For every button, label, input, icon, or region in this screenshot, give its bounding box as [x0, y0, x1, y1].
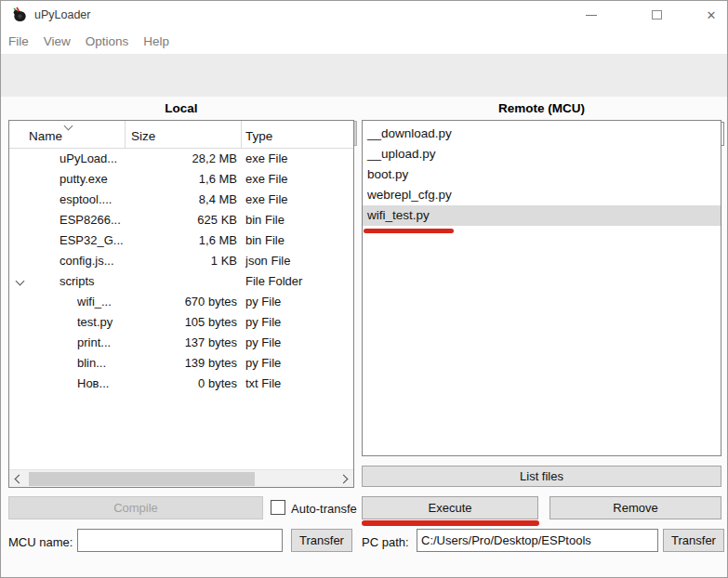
annotation-underline-selected-file — [364, 229, 454, 233]
column-separator — [241, 121, 242, 149]
table-row[interactable]: test.py105 bytespy File — [9, 312, 353, 333]
horizontal-scrollbar[interactable] — [9, 469, 353, 487]
menu-bar: File View Options Help — [1, 29, 727, 54]
table-row[interactable]: print...137 bytespy File — [9, 333, 353, 353]
local-file-tree: Name Size Type uPyLoad...28,2 MBexe File… — [8, 120, 354, 488]
window-title: uPyLoader — [34, 8, 90, 21]
scroll-right-icon[interactable] — [339, 475, 349, 484]
remote-panel-header: Remote (MCU) — [362, 101, 721, 115]
table-row[interactable]: ESP32_G...1,6 MBbin File — [9, 230, 353, 251]
table-row[interactable]: config.js...1 KBjson File — [9, 251, 353, 271]
mcu-name-label: MCU name: — [8, 535, 73, 549]
table-row[interactable]: wifi_...670 bytespy File — [9, 292, 353, 312]
table-row[interactable]: ESP8266...625 KBbin File — [9, 210, 353, 230]
close-button[interactable]: ✕ — [696, 1, 726, 29]
annotation-underline-execute — [362, 520, 539, 526]
column-header-size[interactable]: Size — [131, 129, 155, 143]
table-row-folder[interactable]: scriptsFile Folder — [9, 271, 353, 292]
maximize-icon — [652, 10, 662, 20]
menu-view[interactable]: View — [44, 34, 71, 48]
auto-transfer-checkbox[interactable] — [271, 500, 285, 515]
scroll-left-icon[interactable] — [15, 475, 24, 484]
table-row[interactable]: blin...139 bytespy File — [9, 353, 353, 374]
minimize-icon — [586, 15, 597, 16]
column-header-type[interactable]: Type — [245, 129, 272, 143]
table-row[interactable]: esptool....8,4 MBexe File — [9, 190, 353, 210]
connection-toolbar: Status: Connected Connection COM11 Baud … — [1, 54, 727, 97]
remote-file-item-selected[interactable]: wifi_test.py — [363, 205, 721, 226]
list-files-button[interactable]: List files — [362, 466, 721, 487]
expand-chevron-icon[interactable] — [16, 277, 25, 286]
close-icon: ✕ — [707, 9, 717, 21]
remote-file-item[interactable]: __download.py — [363, 124, 721, 144]
local-panel-header: Local — [8, 101, 354, 115]
pc-path-input[interactable] — [417, 529, 658, 552]
sort-indicator-icon — [64, 122, 73, 131]
app-window: uPyLoader ✕ File View Options Help Statu… — [0, 0, 728, 578]
app-icon — [11, 7, 28, 23]
column-header-name[interactable]: Name — [29, 129, 62, 143]
remove-button[interactable]: Remove — [549, 496, 721, 519]
table-row[interactable]: Нов...0 bytestxt File — [9, 374, 353, 394]
tree-header: Name Size Type — [9, 121, 353, 149]
minimize-button[interactable] — [576, 1, 606, 29]
remote-file-item[interactable]: webrepl_cfg.py — [363, 185, 721, 205]
transfer-path-button[interactable]: Transfer — [663, 529, 724, 552]
execute-button[interactable]: Execute — [362, 496, 538, 519]
remote-file-item[interactable]: boot.py — [363, 164, 721, 185]
remote-file-list: __download.py __upload.py boot.py webrep… — [362, 120, 721, 456]
mcu-name-input[interactable] — [77, 529, 283, 552]
remote-file-item[interactable]: __upload.py — [363, 144, 721, 164]
menu-help[interactable]: Help — [143, 34, 169, 48]
pc-path-label: PC path: — [362, 535, 409, 549]
compile-button[interactable]: Compile — [8, 496, 263, 519]
table-row[interactable]: putty.exe1,6 MBexe File — [9, 169, 353, 190]
title-bar: uPyLoader ✕ — [1, 1, 727, 29]
maximize-button[interactable] — [642, 1, 671, 29]
column-separator — [125, 121, 126, 149]
auto-transfer-label: Auto-transfe — [291, 502, 360, 516]
transfer-name-button[interactable]: Transfer — [291, 529, 352, 552]
menu-options[interactable]: Options — [86, 34, 129, 48]
table-row[interactable]: uPyLoad...28,2 MBexe File — [9, 149, 353, 169]
scrollbar-thumb[interactable] — [29, 472, 255, 486]
menu-file[interactable]: File — [8, 34, 29, 48]
